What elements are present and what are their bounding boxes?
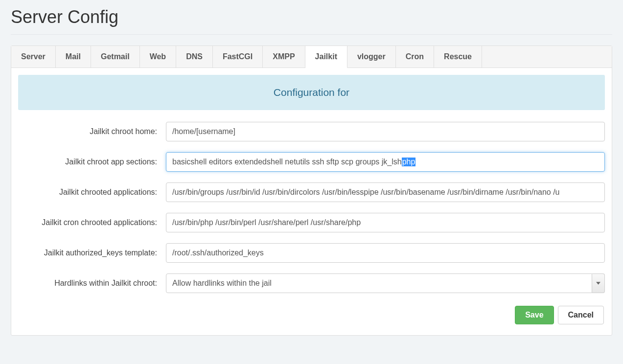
tab-server[interactable]: Server bbox=[11, 46, 56, 68]
tab-mail[interactable]: Mail bbox=[56, 46, 91, 68]
label-jailkit-chroot-app-sections: Jailkit chroot app sections: bbox=[18, 158, 166, 166]
input-jailkit-cron-chrooted-applications[interactable] bbox=[166, 213, 605, 232]
input-jailkit-chrooted-applications[interactable] bbox=[166, 182, 605, 202]
tab-jailkit[interactable]: Jailkit bbox=[305, 46, 347, 68]
label-jailkit-chrooted-applications: Jailkit chrooted applications: bbox=[18, 188, 166, 197]
save-button[interactable]: Save bbox=[515, 306, 554, 324]
input-text-prefix: basicshell editors extendedshell netutil… bbox=[172, 158, 402, 166]
cancel-button[interactable]: Cancel bbox=[558, 306, 604, 324]
tab-bar: Server Mail Getmail Web DNS FastCGI XMPP… bbox=[11, 46, 612, 68]
tab-getmail[interactable]: Getmail bbox=[91, 46, 140, 68]
form-actions: Save Cancel bbox=[18, 304, 605, 328]
select-hardlinks-value: Allow hardlinks within the jail bbox=[166, 273, 592, 293]
select-hardlinks[interactable]: Allow hardlinks within the jail bbox=[166, 273, 605, 293]
config-panel: Server Mail Getmail Web DNS FastCGI XMPP… bbox=[11, 46, 612, 336]
config-banner: Configuration for bbox=[18, 75, 605, 110]
tab-cron[interactable]: Cron bbox=[396, 46, 434, 68]
tab-fastcgi[interactable]: FastCGI bbox=[213, 46, 263, 68]
tab-content: Configuration for Jailkit chroot home: J… bbox=[11, 68, 612, 335]
label-hardlinks-within-jailkit-chroot: Hardlinks within Jailkit chroot: bbox=[18, 279, 166, 288]
input-jailkit-chroot-app-sections[interactable]: basicshell editors extendedshell netutil… bbox=[166, 152, 605, 172]
tab-vlogger[interactable]: vlogger bbox=[347, 46, 396, 68]
divider bbox=[11, 34, 612, 35]
label-jailkit-cron-chrooted-applications: Jailkit cron chrooted applications: bbox=[18, 218, 166, 227]
tab-rescue[interactable]: Rescue bbox=[434, 46, 482, 68]
input-jailkit-authorized-keys-template[interactable] bbox=[166, 243, 605, 263]
tab-dns[interactable]: DNS bbox=[176, 46, 213, 68]
tab-xmpp[interactable]: XMPP bbox=[263, 46, 305, 68]
chevron-down-icon[interactable] bbox=[592, 273, 605, 293]
label-jailkit-authorized-keys-template: Jailkit authorized_keys template: bbox=[18, 249, 166, 257]
label-jailkit-chroot-home: Jailkit chroot home: bbox=[18, 127, 166, 136]
input-jailkit-chroot-home[interactable] bbox=[166, 122, 605, 141]
input-text-selection: php bbox=[402, 158, 416, 166]
tab-web[interactable]: Web bbox=[140, 46, 176, 68]
page-title: Server Config bbox=[11, 5, 612, 34]
